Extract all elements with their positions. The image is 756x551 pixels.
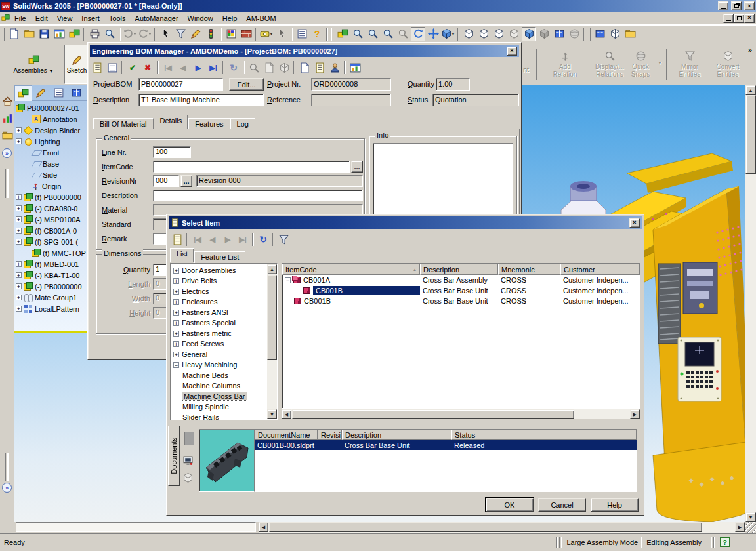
help-button[interactable]: Help (591, 498, 639, 512)
expand-icon[interactable] (173, 289, 179, 295)
color-palette-icon[interactable] (224, 27, 238, 41)
category-item[interactable]: Drive Belts (171, 276, 277, 286)
si-refresh-icon[interactable]: ↻ (256, 232, 270, 247)
revisionnr-browse-button[interactable]: ... (180, 175, 192, 187)
tree-item[interactable]: Front (14, 147, 87, 158)
hidden-lines-visible-icon[interactable] (476, 27, 491, 41)
texture-icon[interactable] (239, 27, 253, 41)
undo-icon[interactable]: ▼ (123, 27, 137, 41)
col-mnemonic[interactable]: Mnemonic (498, 264, 560, 275)
scroll-up-icon[interactable]: ▲ (746, 85, 756, 95)
tree-item[interactable]: Annotation (14, 113, 87, 125)
convert-entities-button[interactable]: ConvertEntities (709, 46, 747, 83)
vscroll-thumb[interactable] (746, 95, 756, 174)
folder-panel-icon[interactable] (2, 130, 13, 142)
scroll-down-icon[interactable]: ▼ (746, 512, 756, 522)
viewport-vscrollbar[interactable]: ▲ ▼ (746, 85, 756, 522)
tree-item[interactable]: (-) PB0000000 (14, 281, 87, 292)
tab-thirdparty-icon[interactable] (68, 86, 85, 100)
preview-box-icon[interactable] (182, 472, 194, 485)
col-documentname[interactable]: DocumentName (255, 430, 318, 440)
tree-item[interactable]: (-) MSP0100A (14, 214, 87, 225)
tree-root[interactable]: PB00000027-01 (14, 102, 87, 113)
reject-icon[interactable]: ✖ (140, 60, 155, 75)
assemblies-button[interactable]: Assemblies ▼ (4, 46, 63, 83)
general-description-field[interactable] (153, 190, 363, 201)
view-tool-icon[interactable] (335, 27, 350, 41)
scroll-right-icon[interactable]: ▶ (735, 522, 745, 532)
bom-export-icon[interactable] (312, 60, 327, 75)
category-item selected[interactable]: Machine Cross Bar (171, 391, 277, 401)
expand-icon[interactable] (16, 295, 22, 300)
si-first-icon[interactable]: |◀ (190, 232, 205, 247)
next-record-icon[interactable]: ▶ (191, 60, 205, 75)
save-icon[interactable] (37, 27, 51, 41)
expand-icon[interactable] (173, 278, 179, 284)
expand-panel2-icon[interactable]: » (2, 483, 12, 493)
bom-search-icon[interactable] (247, 60, 261, 75)
bom-report-icon[interactable] (348, 60, 362, 75)
status-help-icon[interactable]: ? (720, 537, 730, 547)
menu-file[interactable]: File (10, 13, 31, 24)
quick-snaps-button[interactable]: QuickSnaps (621, 46, 660, 83)
category-item[interactable]: Fastners ANSI (171, 307, 277, 317)
itemcode-browse-button[interactable]: ... (351, 161, 363, 173)
menu-am-bom[interactable]: AM-BOM (242, 13, 280, 24)
bom-user-icon[interactable] (327, 60, 342, 75)
pan-icon[interactable] (426, 27, 440, 41)
view-orientation-icon[interactable]: ▼ (441, 27, 455, 41)
item-row[interactable]: CB001B Cross Bar Base Unit CROSS Custome… (282, 296, 640, 306)
itemcode-field[interactable] (153, 161, 350, 173)
scroll-down-icon[interactable]: ▼ (267, 409, 277, 419)
vscroll-thumb[interactable] (267, 275, 277, 360)
document-row-selected[interactable]: CB001B-00.sldprt Cross Bar Base Unit Rel… (255, 440, 637, 450)
si-filter-icon[interactable] (276, 232, 291, 247)
category-item[interactable]: General (171, 349, 277, 359)
collapse-icon[interactable] (173, 362, 179, 368)
category-tree-vscroll[interactable]: ▲ ▼ (267, 264, 277, 419)
hscroll-thumb[interactable] (269, 522, 702, 532)
expand-icon[interactable] (16, 239, 22, 245)
am-search-icon[interactable] (623, 27, 637, 41)
hidden-lines-removed-icon[interactable] (492, 27, 506, 41)
expand-icon[interactable] (173, 352, 179, 357)
select-icon[interactable] (158, 27, 173, 41)
minimize-button[interactable] (718, 1, 728, 10)
zoom-fit-icon[interactable] (350, 27, 365, 41)
wireframe-icon[interactable] (461, 27, 476, 41)
project-nr-field[interactable]: ORD0000008 (311, 78, 391, 91)
tab-list[interactable]: List (170, 248, 194, 262)
select-item-close-icon[interactable]: × (629, 218, 640, 228)
tree-item[interactable]: Mate Group1 (14, 292, 87, 303)
select-filter-icon[interactable] (173, 27, 188, 41)
tree-item[interactable]: Lighting (14, 136, 87, 147)
col-revision[interactable]: Revisio... (318, 430, 342, 440)
quick-snaps-dropdown-icon[interactable]: ▼ (658, 60, 662, 65)
resize-grip[interactable] (746, 522, 756, 533)
measure-icon[interactable]: ▼ (259, 27, 274, 41)
col-doc-status[interactable]: Status (452, 430, 637, 440)
si-last-icon[interactable]: ▶| (236, 232, 250, 247)
scroll-up-icon[interactable]: ▲ (267, 264, 277, 274)
menu-view[interactable]: View (52, 13, 77, 24)
category-item[interactable]: Machine Beds (171, 370, 277, 380)
restore-button[interactable] (731, 1, 742, 10)
bom-box-icon[interactable] (277, 60, 291, 75)
help-icon[interactable]: ? (310, 27, 324, 41)
zoom-area-icon[interactable] (366, 27, 380, 41)
first-record-icon[interactable]: |◀ (161, 60, 175, 75)
si-list-icon[interactable] (170, 232, 184, 247)
bom-save-icon[interactable] (105, 60, 119, 75)
si-prev-icon[interactable]: ◀ (205, 232, 220, 247)
bom-copy-icon[interactable] (297, 60, 312, 75)
col-customer[interactable]: Customer (560, 264, 640, 275)
description-field[interactable]: T1 Base Milling Machine (138, 94, 264, 106)
category-item[interactable]: Door Assemblies (171, 265, 277, 276)
toolbar-overflow-icon[interactable]: » (748, 46, 752, 54)
tree-item[interactable]: (f) SPG-001-( (14, 236, 87, 247)
cancel-button[interactable]: Cancel (538, 498, 586, 512)
expand-icon[interactable] (173, 268, 179, 274)
menu-edit[interactable]: Edit (31, 13, 52, 24)
make-assembly-icon[interactable] (67, 27, 81, 41)
col-description[interactable]: Description (420, 264, 498, 275)
